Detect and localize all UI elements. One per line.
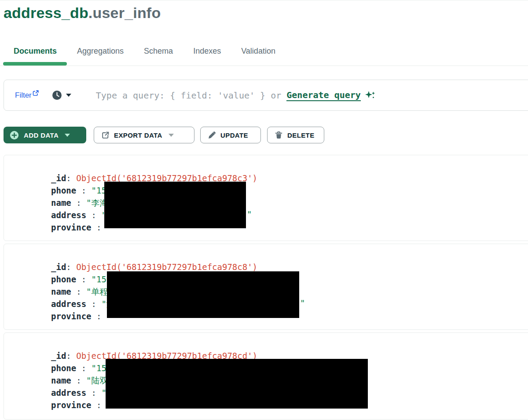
tab-bar-divider xyxy=(0,66,528,66)
namespace-separator: . xyxy=(88,4,93,21)
document-card[interactable]: _id: ObjectId('6812319b77297b1efca978c8'… xyxy=(4,244,528,330)
trash-icon xyxy=(275,131,283,139)
query-placeholder: Type a query: { field: 'value' } or xyxy=(96,90,286,101)
tab-aggregations[interactable]: Aggregations xyxy=(67,44,134,58)
query-input[interactable]: Type a query: { field: 'value' } or Gene… xyxy=(96,90,376,101)
plus-circle-icon xyxy=(10,131,19,140)
chevron-down-icon xyxy=(65,134,70,137)
tab-schema[interactable]: Schema xyxy=(134,44,183,58)
external-link-icon xyxy=(33,90,39,96)
tab-bar: Documents Aggregations Schema Indexes Va… xyxy=(4,44,286,58)
document-content: _id: ObjectId('6812319b77297b1efca978c3'… xyxy=(4,155,528,234)
export-data-button[interactable]: EXPORT DATA xyxy=(94,127,194,143)
generate-query-link[interactable]: Generate query xyxy=(286,90,361,101)
chevron-down-icon xyxy=(169,134,174,137)
tab-validation[interactable]: Validation xyxy=(231,44,286,58)
filter-link[interactable]: Filter xyxy=(15,91,39,100)
top-divider xyxy=(0,0,528,0)
database-name: address_db xyxy=(4,4,88,21)
tab-documents[interactable]: Documents xyxy=(4,44,67,58)
redaction-box xyxy=(106,359,368,409)
query-history-button[interactable] xyxy=(52,90,71,100)
add-data-button[interactable]: ADD DATA xyxy=(4,127,86,143)
filter-link-label: Filter xyxy=(15,91,32,100)
chevron-down-icon xyxy=(66,94,71,97)
redaction-box xyxy=(104,182,246,228)
update-button[interactable]: UPDATE xyxy=(200,127,261,143)
page-title: address_db.user_info xyxy=(4,4,161,22)
compass-collection-view: address_db.user_info Documents Aggregati… xyxy=(0,0,528,420)
export-data-label: EXPORT DATA xyxy=(114,131,162,139)
document-card[interactable]: _id: ObjectId('6812319b77297b1efca978cd'… xyxy=(4,332,528,420)
collection-name: user_info xyxy=(93,4,161,21)
export-icon xyxy=(101,131,110,139)
active-tab-indicator xyxy=(3,62,67,66)
address-closing-quote: " xyxy=(247,208,252,220)
pencil-icon xyxy=(208,131,216,139)
document-card[interactable]: _id: ObjectId('6812319b77297b1efca978c3'… xyxy=(4,155,528,241)
address-closing-quote: " xyxy=(300,297,305,309)
delete-label: DELETE xyxy=(287,131,315,139)
objectid-value: ObjectId('6812319b77297b1efca978c8') xyxy=(76,262,257,272)
add-data-label: ADD DATA xyxy=(24,131,59,139)
tab-indexes[interactable]: Indexes xyxy=(183,44,231,58)
redaction-box xyxy=(107,271,299,318)
query-bar: Filter Type a query: { field: 'value' } … xyxy=(4,80,528,111)
delete-button[interactable]: DELETE xyxy=(267,127,324,143)
update-label: UPDATE xyxy=(220,131,248,139)
clock-icon xyxy=(52,90,62,100)
sparkle-icon xyxy=(364,90,376,101)
